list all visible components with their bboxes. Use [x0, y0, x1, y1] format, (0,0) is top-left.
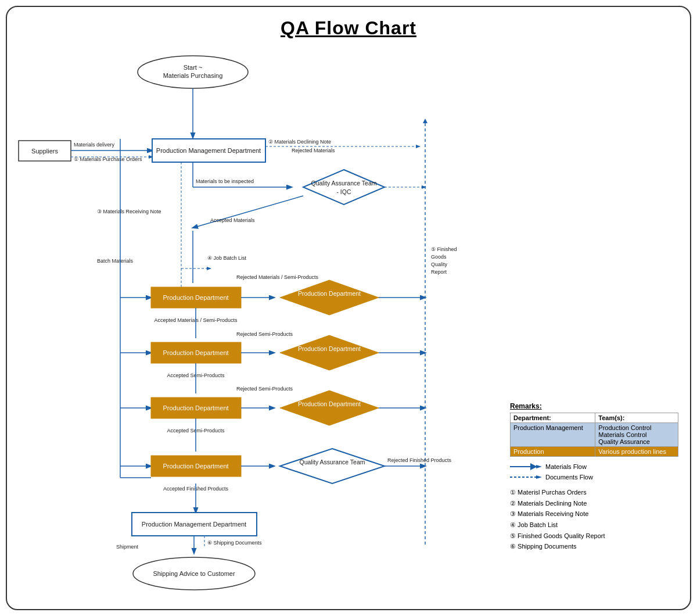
note-4: ④ Job Batch List: [510, 520, 678, 531]
svg-marker-67: [280, 449, 385, 484]
table-header-row: Department: Team(s):: [511, 413, 678, 423]
svg-text:Production Department: Production Department: [298, 290, 361, 297]
teams-prod-mgmt: Production ControlMaterials ControlQuali…: [595, 423, 678, 447]
svg-text:Rejected Finished Products: Rejected Finished Products: [387, 457, 452, 463]
svg-text:Production Department: Production Department: [163, 294, 228, 301]
note-2: ② Materials Declining Note: [510, 498, 678, 509]
svg-text:Rejected Semi-Products: Rejected Semi-Products: [236, 331, 293, 337]
note-5: ⑤ Finished Goods Quality Report: [510, 531, 678, 542]
svg-marker-58: [280, 391, 379, 425]
svg-text:Suppliers: Suppliers: [31, 148, 58, 155]
svg-text:Report: Report: [431, 269, 447, 275]
svg-text:Goods: Goods: [431, 254, 447, 260]
svg-text:Shipping Advice to Customer: Shipping Advice to Customer: [153, 570, 235, 577]
note-6: ⑥ Shipping Documents: [510, 541, 678, 552]
legend-section: Materials Flow Documents Flow: [510, 463, 678, 481]
svg-text:Materials Purchasing: Materials Purchasing: [163, 72, 223, 79]
svg-text:Rejected Semi-Products: Rejected Semi-Products: [236, 386, 293, 392]
svg-text:Accepted Materials: Accepted Materials: [210, 217, 255, 223]
svg-text:Production Management Departme: Production Management Department: [156, 147, 261, 154]
dept-header: Department:: [511, 413, 595, 423]
production-row: Production Various production lines: [511, 447, 678, 457]
legend-dashed-label: Documents Flow: [545, 474, 593, 481]
page-title: QA Flow Chart: [7, 7, 690, 45]
svg-text:Production Department: Production Department: [163, 404, 228, 411]
remarks-title: Remarks:: [510, 402, 678, 410]
svg-marker-48: [280, 335, 379, 370]
svg-text:④ Job Batch List: ④ Job Batch List: [207, 255, 247, 261]
svg-text:③ Materials Receiving Note: ③ Materials Receiving Note: [97, 209, 161, 214]
svg-text:Quality: Quality: [431, 262, 448, 267]
outer-border: QA Flow Chart Start ~ Materials Purchasi…: [6, 6, 691, 610]
teams-header: Team(s):: [595, 413, 678, 423]
svg-text:⑤ Finished: ⑤ Finished: [431, 246, 457, 252]
svg-marker-38: [280, 280, 379, 315]
svg-marker-90: [536, 475, 542, 479]
prod-mgmt-row: Production Management Production Control…: [511, 423, 678, 447]
svg-marker-88: [536, 465, 542, 468]
legend-solid: Materials Flow: [510, 463, 678, 471]
note-3: ③ Materials Receiving Note: [510, 508, 678, 520]
svg-text:Start ~: Start ~: [184, 64, 203, 71]
note-1: ① Materisl Purchas Orders: [510, 487, 678, 498]
svg-text:Quality Assurance Team: Quality Assurance Team: [299, 459, 365, 465]
svg-text:Materials to be inspected: Materials to be inspected: [196, 178, 254, 184]
remarks-panel: Remarks: Department: Team(s): Production…: [510, 402, 678, 552]
svg-text:- IQC: - IQC: [336, 188, 351, 195]
svg-text:⑥ Shipping Documents: ⑥ Shipping Documents: [207, 540, 262, 546]
svg-text:Production Department: Production Department: [163, 349, 228, 356]
teams-production: Various production lines: [595, 447, 678, 457]
dept-prod-mgmt: Production Management: [511, 423, 595, 447]
svg-text:Quality Assurance Team: Quality Assurance Team: [311, 180, 376, 187]
svg-text:Batch Materials: Batch Materials: [97, 258, 134, 264]
svg-marker-13: [423, 119, 427, 123]
svg-text:Production Management Departme: Production Management Department: [142, 521, 246, 528]
dept-production: Production: [511, 447, 595, 457]
flowchart-svg: Start ~ Materials Purchasing Suppliers M…: [7, 48, 501, 606]
notes-section: ① Materisl Purchas Orders ② Materials De…: [510, 487, 678, 552]
legend-solid-label: Materials Flow: [545, 463, 587, 470]
svg-text:Materials delivery: Materials delivery: [74, 142, 115, 148]
svg-text:Shipment: Shipment: [116, 544, 139, 550]
remarks-table: Department: Team(s): Production Manageme…: [510, 413, 678, 457]
svg-text:② Materials Declining Note: ② Materials Declining Note: [268, 139, 331, 145]
legend-dashed: Documents Flow: [510, 473, 678, 481]
svg-marker-22: [303, 170, 385, 205]
svg-text:Production Department: Production Department: [298, 345, 361, 352]
svg-text:Production Department: Production Department: [163, 463, 228, 470]
svg-text:Production Department: Production Department: [298, 400, 361, 407]
svg-text:Rejected Materials: Rejected Materials: [292, 148, 335, 153]
svg-text:Rejected Materials / Semi-Prod: Rejected Materials / Semi-Products: [236, 274, 319, 280]
